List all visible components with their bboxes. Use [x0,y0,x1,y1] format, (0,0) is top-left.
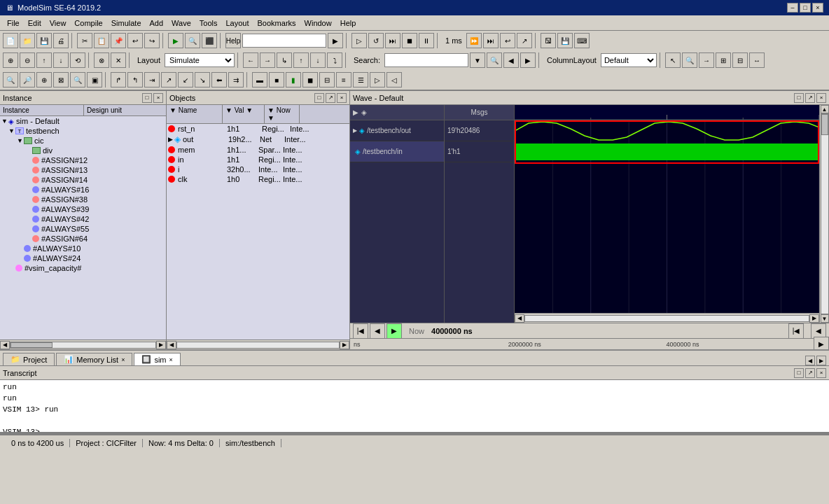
instance-item-assign38[interactable]: #ASSIGN#38 [0,195,166,204]
paste-button[interactable]: 📌 [111,33,126,48]
instance-expand-btn[interactable]: □ [142,93,152,103]
layout-select[interactable]: Simulate [165,53,235,67]
menu-layout[interactable]: Layout [222,18,253,29]
wave-nav-play[interactable]: ▶ [386,323,402,339]
wave-expand-btn[interactable]: □ [794,93,804,103]
tb-run2[interactable]: ⏭ [483,33,499,48]
wave-ruler-right[interactable]: ▶ [814,337,829,350]
instance-item-always24[interactable]: #ALWAYS#24 [0,253,166,263]
obj-row-in[interactable]: in 1h1 Regi... Inte... [167,155,349,164]
transcript-float-btn[interactable]: ↗ [805,368,815,378]
tb-wave3[interactable]: ⌨ [574,33,590,48]
new-button[interactable]: 📄 [3,33,18,48]
tb-sim3[interactable]: ⏭ [385,33,400,48]
obj-row-clk[interactable]: clk 1h0 Regi... Inte... [167,174,349,184]
help-input[interactable] [242,34,326,48]
menu-bookmarks[interactable]: Bookmarks [253,18,300,29]
search-next[interactable]: ▶ [520,52,536,68]
tb2-1[interactable]: ⊕ [3,52,18,68]
instance-item-vsim[interactable]: #vsim_capacity# [0,263,166,273]
objects-close-btn[interactable]: × [337,93,347,103]
tb2-10[interactable]: ↳ [277,52,292,68]
tb3-21[interactable]: ☰ [353,72,368,88]
tb2-3[interactable]: ↑ [36,52,52,68]
wave-nav-start[interactable]: |◀ [353,323,368,339]
tb2-7[interactable]: ✕ [111,52,126,68]
instance-scroll-left[interactable]: ◀ [0,341,10,349]
transcript-expand-btn[interactable]: □ [794,368,804,378]
transcript-resize-handle[interactable] [0,432,829,435]
instance-item-div[interactable]: div [0,146,166,155]
tb3-20[interactable]: ≡ [336,72,351,88]
tb2-18[interactable]: ⊟ [732,52,748,68]
wave-nav-prev[interactable]: ◀ [370,323,385,339]
save-button[interactable]: 💾 [36,33,52,48]
search-input[interactable] [384,53,468,67]
open-button[interactable]: 📁 [20,33,35,48]
tb3-18[interactable]: ◼ [302,72,318,88]
tab-nav-left[interactable]: ◀ [805,356,815,365]
tb3-8[interactable]: ↰ [127,72,143,88]
wave-close-btn[interactable]: × [816,93,826,103]
objects-expand-btn[interactable]: □ [314,93,324,103]
tb2-16[interactable]: → [699,52,714,68]
tb3-12[interactable]: ↘ [195,72,210,88]
maximize-button[interactable]: □ [800,3,811,13]
menu-edit[interactable]: Edit [24,18,46,29]
tb3-23[interactable]: ◁ [386,72,402,88]
cut-button[interactable]: ✂ [77,33,92,48]
tb2-17[interactable]: ⊞ [716,52,731,68]
instance-item-assign13[interactable]: #ASSIGN#13 [0,165,166,175]
instance-item-always39[interactable]: #ALWAYS#39 [0,204,166,214]
instance-item-always16[interactable]: #ALWAYS#16 [0,185,166,195]
tab-nav-right[interactable]: ▶ [816,356,826,365]
tb2-13[interactable]: ⤵ [327,52,342,68]
objects-scroll-left[interactable]: ◀ [167,341,176,349]
tb2-8[interactable]: ← [243,52,258,68]
wave-vscroll-down[interactable]: ▼ [821,314,829,323]
wave-vscroll-up[interactable]: ▲ [821,105,829,113]
minimize-button[interactable]: – [787,3,798,13]
instance-item-always55[interactable]: #ALWAYS#55 [0,224,166,234]
wave-float-btn[interactable]: ↗ [805,93,815,103]
tb2-19[interactable]: ↔ [749,52,765,68]
tb2-15[interactable]: 🔍 [682,52,697,68]
wave-time-nav-start[interactable]: |◀ [788,323,804,339]
signal-name-out[interactable]: ▶ ◈ /testbench/out [350,120,444,141]
search-go[interactable]: 🔍 [487,52,502,68]
tb2-9[interactable]: → [260,52,275,68]
signal-name-in[interactable]: ◈ /testbench/in [350,141,444,162]
undo-button[interactable]: ↩ [127,33,143,48]
tb3-16[interactable]: ■ [269,72,284,88]
tb2-14[interactable]: ↖ [665,52,681,68]
tb3-2[interactable]: 🔎 [20,72,35,88]
menu-tools[interactable]: Tools [195,18,222,29]
menu-window[interactable]: Window [300,18,336,29]
help-btn[interactable]: Help [225,33,241,48]
tb3-6[interactable]: ▣ [87,72,102,88]
menu-file[interactable]: File [3,18,24,29]
close-button[interactable]: × [812,3,823,13]
memory-tab-close[interactable]: × [121,356,125,363]
instance-scroll-right[interactable]: ▶ [156,341,166,349]
tb-sim4[interactable]: ⏹ [402,33,417,48]
tb2-12[interactable]: ↓ [310,52,326,68]
instance-item-assign12[interactable]: #ASSIGN#12 [0,155,166,165]
tb3-5[interactable]: 🔍 [70,72,85,88]
tb3-1[interactable]: 🔍 [3,72,18,88]
tb3-22[interactable]: ▷ [370,72,385,88]
instance-item-testbench[interactable]: ▼ T testbench [0,126,166,136]
instance-item-always42[interactable]: #ALWAYS#42 [0,214,166,224]
tb2-11[interactable]: ↑ [293,52,309,68]
tb-sim5[interactable]: ⏸ [419,33,434,48]
tab-sim[interactable]: 🔲 sim × [134,353,180,365]
tb3-19[interactable]: ⊟ [319,72,335,88]
tb2-6[interactable]: ⊗ [94,52,109,68]
objects-scroll-right[interactable]: ▶ [340,341,349,349]
print-button[interactable]: 🖨 [53,33,69,48]
tb3-3[interactable]: ⊕ [36,72,52,88]
tb-sim2[interactable]: ↺ [368,33,384,48]
wave-vscroll-thumb[interactable] [821,114,828,135]
search-dropdown[interactable]: ▼ [470,52,485,68]
break-button[interactable]: ⬛ [202,33,217,48]
